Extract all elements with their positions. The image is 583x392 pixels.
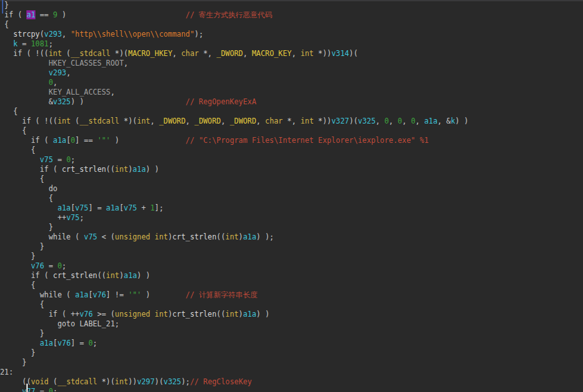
code-token: ,	[110, 88, 115, 97]
code-token: unsigned int	[115, 310, 167, 319]
code-token: ;	[53, 387, 57, 392]
code-line[interactable]: while ( v75 < (unsigned int)crt_strlen((…	[0, 232, 583, 242]
code-token: ++	[0, 213, 66, 222]
code-token: )	[141, 290, 186, 299]
code-token	[0, 68, 48, 77]
code-line[interactable]: }	[0, 223, 583, 232]
code-line[interactable]: goto LABEL_21;	[0, 319, 583, 329]
code-token: ,	[402, 117, 411, 126]
code-token: HKEY_CLASSES_ROOT	[48, 59, 124, 68]
code-token: [	[88, 290, 93, 299]
code-line[interactable]: {	[0, 20, 583, 30]
code-line[interactable]: if ( ++v76 >= (unsigned int)crt_strlen((…	[0, 310, 583, 319]
code-token: ;	[93, 339, 97, 348]
code-token: ))	[128, 377, 137, 386]
code-token	[0, 39, 14, 48]
code-token: a1a	[243, 310, 256, 319]
code-line[interactable]: {	[0, 174, 583, 184]
code-line[interactable]: }	[0, 358, 583, 368]
code-line[interactable]: do	[0, 184, 583, 194]
code-line[interactable]: }	[0, 348, 583, 358]
code-line[interactable]: 21:	[0, 368, 583, 377]
code-line[interactable]: {	[0, 145, 583, 155]
code-line[interactable]: if ( crt_strlen((int)a1a) )	[0, 271, 583, 281]
code-token: char	[181, 49, 198, 58]
code-line[interactable]: HKEY_CLASSES_ROOT,	[0, 59, 583, 68]
code-line[interactable]: v77 = 0;	[0, 387, 583, 392]
code-token	[0, 88, 48, 97]
code-token: int	[225, 310, 239, 319]
code-line[interactable]: a1a[v76] = 0;	[0, 339, 583, 348]
code-token: a1a	[133, 165, 146, 174]
code-line[interactable]: ++v75;	[0, 213, 583, 223]
code-token	[0, 59, 48, 68]
code-token: int	[106, 271, 120, 280]
code-token: v76	[31, 261, 44, 270]
code-token: {	[0, 107, 17, 116]
code-token: v325	[53, 97, 70, 106]
code-token: ((	[216, 232, 225, 241]
code-line[interactable]: 0,	[0, 78, 583, 88]
code-token: =	[44, 261, 58, 270]
code-line[interactable]: k = 1081;	[0, 39, 583, 49]
code-token: v75	[66, 213, 80, 222]
code-line[interactable]: if ( !((int (__stdcall *)(MACRO_HKEY, ch…	[0, 49, 583, 59]
code-token: ,	[62, 30, 71, 39]
code-line[interactable]: v76 = 0;	[0, 261, 583, 271]
code-token: KEY_ALL_ACCESS	[48, 88, 110, 97]
code-token: __stdcall	[79, 117, 119, 126]
code-line[interactable]: }	[0, 252, 583, 261]
code-line[interactable]: {	[0, 300, 583, 310]
pseudocode-pane[interactable]: } if ( a1 == 9 ) // 寄生方式执行恶意代码 { strcpy(…	[0, 0, 583, 392]
code-line[interactable]: }	[0, 1, 583, 10]
code-line[interactable]: if ( a1a[0] == '"' ) // "C:\Program File…	[0, 136, 583, 145]
code-token: =	[53, 155, 66, 164]
code-line[interactable]: {	[0, 126, 583, 136]
code-token: if (	[0, 136, 53, 145]
code-token: ] !=	[106, 290, 128, 299]
code-line[interactable]: while ( a1a[v76] != '"' ) // 计算新字符串长度	[0, 290, 583, 300]
code-line[interactable]: }	[0, 329, 583, 339]
code-token: v75	[124, 203, 137, 212]
code-token	[0, 203, 57, 212]
code-token: if (	[0, 165, 62, 174]
code-token: if ( ++	[0, 310, 79, 319]
code-token: (	[62, 49, 71, 58]
code-token: ,	[186, 117, 195, 126]
code-token: )	[110, 136, 186, 145]
code-token: do	[0, 184, 57, 193]
code-token: *,	[283, 117, 300, 126]
code-line[interactable]: KEY_ALL_ACCESS,	[0, 88, 583, 97]
code-token: ,	[256, 117, 265, 126]
code-token: {	[0, 194, 53, 203]
code-token: char	[265, 117, 283, 126]
code-token: ,	[292, 49, 301, 58]
code-token: int	[137, 117, 151, 126]
code-token: (	[40, 30, 44, 39]
code-token: *)(	[110, 49, 128, 58]
code-line[interactable]: {	[0, 194, 583, 203]
code-line[interactable]: a1a[v75] = a1a[v75 + 1];	[0, 203, 583, 213]
code-line[interactable]: {	[0, 107, 583, 117]
code-token: ] =	[88, 203, 106, 212]
code-line[interactable]: if ( crt_strlen((int)a1a) )	[0, 165, 583, 174]
code-line[interactable]: }	[0, 242, 583, 252]
code-line[interactable]: if ( a1 == 9 ) // 寄生方式执行恶意代码	[0, 10, 583, 20]
code-token: void	[31, 377, 48, 386]
code-line[interactable]: strcpy(v293, "http\\shell\\open\\command…	[0, 30, 583, 39]
code-token: ) );	[256, 232, 274, 241]
code-line[interactable]: if ( !((int (__stdcall *)(int, _DWORD, _…	[0, 117, 583, 126]
code-token: );	[181, 377, 190, 386]
code-line[interactable]: v293,	[0, 68, 583, 78]
code-token: ] =	[71, 339, 88, 348]
code-line[interactable]: v75 = 0;	[0, 155, 583, 165]
code-line[interactable]: ((void (__stdcall *)(int))v297)(v325);//…	[0, 377, 583, 387]
code-token: k	[451, 117, 455, 126]
code-token: ) )	[146, 165, 159, 174]
code-line[interactable]: {	[0, 281, 583, 290]
code-token: v75	[84, 232, 97, 241]
code-token: *)(	[119, 117, 137, 126]
code-token: a1a	[75, 290, 89, 299]
code-line[interactable]: &v325) ) // RegOpenKeyExA	[0, 97, 583, 107]
code-token: )	[128, 165, 133, 174]
